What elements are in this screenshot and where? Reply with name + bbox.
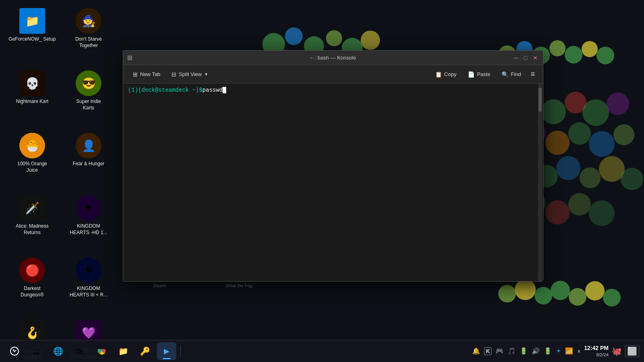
svg-point-3 bbox=[326, 30, 342, 46]
desktop-show-icon[interactable]: ⬜ bbox=[625, 345, 639, 357]
minimize-button[interactable]: ─ bbox=[512, 54, 520, 62]
taskbar-filemanager[interactable]: 📁 bbox=[114, 342, 133, 360]
svg-point-62 bbox=[498, 285, 516, 302]
svg-point-65 bbox=[551, 281, 570, 300]
taskbar-right: 🔔 K 🎮 🎵 🔋 🔊 🔋 ✦ 📶 ∧ 12:42 PM 8/2/24 🐙 ⬜ bbox=[472, 344, 639, 358]
new-tab-label: New Tab bbox=[140, 71, 160, 77]
battery-low-icon[interactable]: 🔋 bbox=[520, 347, 528, 355]
wifi-icon[interactable]: 📶 bbox=[565, 347, 573, 355]
taskbar-chrome[interactable] bbox=[92, 342, 111, 360]
copy-icon: 📋 bbox=[435, 71, 442, 78]
taskbar-files[interactable]: 🗂 bbox=[27, 342, 46, 360]
kde-icon[interactable]: K bbox=[484, 347, 491, 355]
bell-icon[interactable]: 🔔 bbox=[472, 347, 480, 355]
desktop-icon-nk[interactable]: 💀 Nightmare Kart bbox=[4, 66, 60, 129]
split-view-chevron: ▼ bbox=[204, 72, 208, 76]
svg-point-5 bbox=[361, 31, 380, 50]
audio-icon[interactable]: 🎵 bbox=[508, 347, 516, 355]
svg-point-26 bbox=[565, 92, 586, 113]
copy-button[interactable]: 📋 Copy bbox=[430, 69, 461, 80]
taskbar-discover[interactable]: 🛍 bbox=[70, 342, 89, 360]
desktop-icon-fh[interactable]: 👤 Fear & Hunger bbox=[60, 129, 117, 191]
svg-point-64 bbox=[535, 287, 552, 304]
taskbar-activity[interactable] bbox=[5, 342, 24, 360]
activity-icon bbox=[10, 346, 19, 356]
maximize-button[interactable]: □ bbox=[522, 54, 529, 62]
scrollbar[interactable] bbox=[538, 84, 542, 281]
split-view-button[interactable]: ⊟ Split View ▼ bbox=[167, 69, 213, 80]
konsole-title: ~ : bash — Konsole bbox=[310, 55, 356, 61]
sik-icon: 😎 bbox=[76, 70, 101, 96]
dd-icon: 🔴 bbox=[19, 257, 45, 283]
paste-button[interactable]: 📄 Paste bbox=[463, 69, 495, 80]
find-icon: 🔍 bbox=[502, 71, 508, 78]
taskbar-browser[interactable]: 🌐 bbox=[48, 342, 68, 360]
svg-point-75 bbox=[597, 47, 614, 64]
close-button[interactable]: ✕ bbox=[532, 54, 539, 62]
scrollbar-thumb[interactable] bbox=[539, 88, 542, 112]
nk-label: Nightmare Kart bbox=[16, 99, 49, 105]
svg-point-25 bbox=[541, 99, 566, 124]
geforce-label: GeForceNOW_ Setup bbox=[8, 36, 56, 43]
kh3-label: KINGDOMHEARTS III + R... bbox=[70, 286, 107, 298]
clock-date: 8/2/24 bbox=[584, 352, 609, 358]
svg-point-60 bbox=[568, 193, 591, 216]
desktop-icons-area: 📁 GeForceNOW_ Setup 🧙 Don't StarveTogeth… bbox=[0, 0, 109, 306]
system-clock[interactable]: 12:42 PM 8/2/24 bbox=[584, 344, 609, 358]
taskbar-separator bbox=[180, 345, 181, 357]
taskbar-kleopatra[interactable]: 🔑 bbox=[135, 342, 155, 360]
svg-point-74 bbox=[582, 41, 598, 57]
github-icon[interactable]: 🐙 bbox=[612, 346, 622, 356]
discover-icon: 🛍 bbox=[76, 347, 84, 356]
geforce-icon: 📁 bbox=[19, 8, 45, 34]
svg-point-49 bbox=[580, 167, 601, 188]
desktop-icon-dst[interactable]: 🧙 Don't StarveTogether bbox=[60, 4, 117, 66]
desktop-icon-oj[interactable]: 🐣 100% OrangeJuice bbox=[4, 129, 60, 191]
svg-point-50 bbox=[599, 156, 625, 182]
svg-point-1 bbox=[285, 27, 303, 45]
new-tab-button[interactable]: ⊞ New Tab bbox=[128, 69, 165, 80]
volume-icon[interactable]: 🔊 bbox=[532, 347, 540, 355]
desktop-icon-kh3[interactable]: ♥ KINGDOMHEARTS III + R... bbox=[60, 253, 117, 316]
menu-button[interactable]: ≡ bbox=[527, 68, 538, 80]
svg-point-48 bbox=[556, 156, 580, 180]
expand-icon[interactable]: ∧ bbox=[577, 348, 581, 354]
desktop-icon-geforce[interactable]: 📁 GeForceNOW_ Setup bbox=[4, 4, 60, 66]
desktop-icon-alice[interactable]: 🗡️ Alice: MadnessReturns bbox=[4, 191, 60, 253]
kh1-label: KINGDOMHEARTS -HD 1... bbox=[70, 223, 107, 236]
svg-point-39 bbox=[613, 124, 634, 145]
svg-point-72 bbox=[549, 40, 566, 56]
cursor bbox=[223, 87, 226, 93]
oj-label: 100% OrangeJuice bbox=[17, 161, 47, 173]
terminal-content[interactable]: (1)(deck@steamdeck ~)$ passwd bbox=[123, 84, 543, 281]
terminal-icon: ▶ bbox=[164, 347, 169, 356]
desktop-icon-kh1[interactable]: ♥ KINGDOMHEARTS -HD 1... bbox=[60, 191, 117, 253]
find-button[interactable]: 🔍 Find bbox=[497, 69, 526, 80]
paste-icon: 📄 bbox=[468, 71, 475, 78]
svg-point-51 bbox=[621, 168, 643, 190]
bluetooth-icon[interactable]: ✦ bbox=[556, 347, 561, 355]
oj-icon: 🐣 bbox=[19, 133, 45, 158]
konsole-toolbar: ⊞ New Tab ⊟ Split View ▼ 📋 Copy 📄 Paste bbox=[123, 65, 543, 84]
svg-point-63 bbox=[515, 279, 536, 300]
taskbar: 🗂 🌐 🛍 📁 🔑 ▶ 🔔 bbox=[0, 340, 644, 362]
alice-label: Alice: MadnessReturns bbox=[16, 223, 48, 236]
fh-icon: 👤 bbox=[76, 133, 101, 158]
svg-point-27 bbox=[582, 99, 609, 126]
desktop-icon-sik[interactable]: 😎 Super IndieKarts bbox=[60, 66, 117, 129]
konsole-window: ⊞ ~ : bash — Konsole ─ □ ✕ ⊞ New Tab ⊟ S… bbox=[123, 50, 543, 282]
steam-tray-icon[interactable]: 🎮 bbox=[495, 347, 504, 355]
dd-label: DarkestDungeon® bbox=[21, 286, 44, 298]
new-tab-icon: ⊞ bbox=[133, 71, 138, 78]
konsole-menu-icon: ⊞ bbox=[127, 54, 132, 62]
taskbar-terminal[interactable]: ▶ bbox=[157, 342, 176, 360]
kh1-icon: ♥ bbox=[76, 195, 101, 221]
alice-icon: 🗡️ bbox=[19, 195, 45, 221]
svg-point-59 bbox=[545, 200, 570, 224]
paste-label: Paste bbox=[477, 71, 490, 77]
dst-icon: 🧙 bbox=[76, 8, 101, 34]
svg-point-36 bbox=[545, 131, 570, 155]
prompt-line: (1)(deck@steamdeck ~)$ passwd bbox=[128, 87, 538, 93]
battery-icon[interactable]: 🔋 bbox=[544, 347, 552, 355]
desktop-icon-dd[interactable]: 🔴 DarkestDungeon® bbox=[4, 253, 60, 316]
